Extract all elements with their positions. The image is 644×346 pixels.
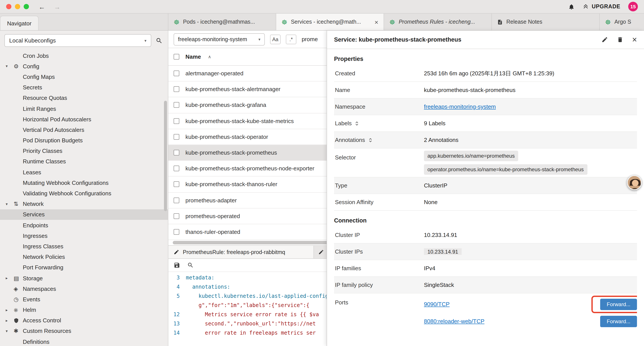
tab-release-notes[interactable]: Release Notes [492, 13, 600, 30]
sidebar-item-validating-webhook-configurations[interactable]: Validating Webhook Configurations [0, 188, 168, 199]
sidebar-item-ingresses[interactable]: Ingresses [0, 230, 168, 241]
sidebar-item-namespaces[interactable]: ◈ Namespaces [0, 283, 168, 294]
tab-pods[interactable]: ☸ Pods - icecheng@mathmas... [168, 13, 276, 30]
sidebar-item-limit-ranges[interactable]: Limit Ranges [0, 103, 168, 114]
checkbox[interactable] [174, 86, 179, 92]
sidebar-item-events[interactable]: ◷ Events [0, 294, 168, 305]
sidebar-item-mutating-webhook-configurations[interactable]: Mutating Webhook Configurations [0, 178, 168, 188]
sidebar-item-config[interactable]: ▾ ⚙ Config [0, 61, 168, 71]
kubernetes-cluster-icon: ☸ [605, 19, 611, 25]
connection-section-title: Connection [334, 211, 637, 227]
sidebar-item-storage[interactable]: ▸ ▤ Storage [0, 273, 168, 283]
sidebar-item-runtime-classes[interactable]: Runtime Classes [0, 156, 168, 167]
sidebar-item-config-maps[interactable]: Config Maps [0, 72, 168, 82]
edit-pencil-icon[interactable] [602, 36, 608, 43]
sort-ascending-icon: ∧ [208, 54, 211, 59]
search-icon[interactable] [187, 262, 194, 269]
sidebar-item-leases[interactable]: Leases [0, 167, 168, 177]
checkbox[interactable] [174, 134, 179, 140]
back-icon[interactable]: ← [38, 3, 45, 10]
zoom-window-button[interactable] [24, 4, 29, 9]
sidebar-item-network-policies[interactable]: Network Policies [0, 252, 168, 262]
checkbox[interactable] [174, 102, 179, 108]
sidebar-item-helm[interactable]: ▸ ⎈ Helm [0, 305, 168, 315]
sidebar-item-priority-classes[interactable]: Priority Classes [0, 146, 168, 156]
code-line: error rate in freeleaps metrics ser [186, 329, 316, 338]
dock-tab-prometheusrule[interactable]: PrometheusRule: freeleaps-prod-rabbitmq [168, 246, 314, 258]
sidebar-item-port-forwarding[interactable]: Port Forwarding [0, 262, 168, 273]
delete-trash-icon[interactable] [617, 36, 624, 43]
app-window: ← → UPGRADE 15 Navigator ☸ Pods - iceche… [0, 0, 644, 346]
sidebar-item-definitions[interactable]: Definitions [0, 336, 168, 346]
chevron-right-icon[interactable]: ▸ [6, 308, 14, 312]
sidebar-item-horizontal-pod-autoscalers[interactable]: Horizontal Pod Autoscalers [0, 114, 168, 124]
sidebar-item-vertical-pod-autoscalers[interactable]: Vertical Pod Autoscalers [0, 125, 168, 135]
sidebar-item-resource-quotas[interactable]: Resource Quotas [0, 93, 168, 103]
forward-button-8080[interactable]: Forward... [600, 316, 637, 327]
detail-row-cluster-ips: Cluster IPs 10.233.14.91 [334, 244, 637, 260]
close-window-button[interactable] [6, 4, 12, 9]
sidebar-item-secrets[interactable]: Secrets [0, 82, 168, 93]
checkbox[interactable] [174, 166, 179, 171]
checkbox[interactable] [174, 229, 179, 235]
tab-services[interactable]: ☸ Services - icecheng@math... × [276, 13, 384, 30]
forward-button-9090[interactable]: Forward... [600, 299, 637, 310]
notification-count-badge[interactable]: 15 [628, 2, 638, 11]
sidebar-item-pod-disruption-budgets[interactable]: Pod Disruption Budgets [0, 135, 168, 146]
tab-prometheus-rules[interactable]: ☸ Prometheus Rules - icecheng... [384, 13, 492, 30]
kubeconfig-selector[interactable]: Local Kubeconfigs ▾ [4, 34, 151, 47]
properties-section-title: Properties [334, 49, 637, 65]
selector-badge: app.kubernetes.io/name=prometheus [424, 151, 518, 161]
select-all-checkbox[interactable] [174, 54, 179, 59]
detail-row-cluster-ip: Cluster IP 10.233.14.91 [334, 227, 637, 244]
checkbox[interactable] [174, 197, 179, 203]
horizontal-scrollbar-thumb[interactable] [173, 241, 328, 244]
checkbox[interactable] [174, 118, 179, 124]
checkbox[interactable] [174, 70, 179, 76]
forward-icon[interactable]: → [54, 3, 60, 10]
sidebar-item-endpoints[interactable]: Endpoints [0, 220, 168, 230]
tab-argo[interactable]: ☸ Argo S [600, 13, 644, 30]
chevron-down-icon[interactable]: ▾ [6, 64, 14, 68]
edit-pencil-icon [318, 249, 324, 255]
close-tab-icon[interactable]: × [374, 19, 378, 25]
port-link-8080-reloader-web[interactable]: 8080:reloader-web/TCP [424, 318, 484, 325]
sidebar-item-access-control[interactable]: ▸ Access Control [0, 315, 168, 326]
sidebar-scrollbar[interactable] [164, 101, 167, 211]
sidebar-item-ingress-classes[interactable]: Ingress Classes [0, 241, 168, 252]
name-column-header[interactable]: Name [186, 53, 201, 60]
upgrade-button[interactable]: UPGRADE [582, 3, 620, 10]
detail-row-ip-family-policy: IP family policy SingleStack [334, 277, 637, 294]
sidebar-item-cron-jobs[interactable]: Cron Jobs [0, 50, 168, 61]
details-title: Service: kube-prometheus-stack-prometheu… [334, 36, 462, 43]
sidebar-item-services[interactable]: Services [0, 209, 168, 220]
chevron-down-icon[interactable]: ▾ [6, 202, 14, 206]
sidebar-item-custom-resources[interactable]: ▾ ✱ Custom Resources [0, 326, 168, 336]
port-link-9090[interactable]: 9090/TCP [424, 301, 450, 308]
notifications-bell-icon[interactable] [568, 3, 574, 10]
detail-row-name: Name kube-prometheus-stack-prometheus [334, 82, 637, 98]
namespace-selector[interactable]: freeleaps-monitoring-system ▾ [174, 33, 265, 45]
expand-collapse-icon[interactable] [368, 137, 373, 143]
detail-row-labels: Labels 9 Labels [334, 115, 637, 132]
minimize-window-button[interactable] [15, 4, 20, 9]
code-line: g","for":"1m","labels":{"service":{ [186, 301, 310, 310]
line-number: 3 [168, 273, 186, 283]
sidebar-item-network[interactable]: ▾ ⇅ Network [0, 199, 168, 209]
chevron-right-icon[interactable]: ▸ [6, 319, 14, 323]
search-icon[interactable] [156, 37, 163, 44]
checkbox[interactable] [174, 150, 179, 155]
namespace-link[interactable]: freeleaps-monitoring-system [424, 103, 496, 110]
match-case-toggle[interactable]: Aa [270, 34, 280, 44]
checkbox[interactable] [174, 182, 179, 187]
chevron-right-icon[interactable]: ▸ [6, 276, 14, 280]
checkbox[interactable] [174, 213, 179, 219]
chevron-down-icon: ▾ [144, 38, 146, 43]
close-panel-icon[interactable]: × [632, 35, 637, 44]
expand-collapse-icon[interactable] [354, 121, 360, 126]
user-avatar[interactable] [627, 175, 642, 190]
save-icon[interactable] [174, 262, 180, 269]
regex-toggle[interactable]: .* [286, 34, 296, 44]
chevron-down-icon[interactable]: ▾ [6, 329, 14, 333]
selector-badge: operator.prometheus.io/name=kube-prometh… [424, 164, 587, 175]
